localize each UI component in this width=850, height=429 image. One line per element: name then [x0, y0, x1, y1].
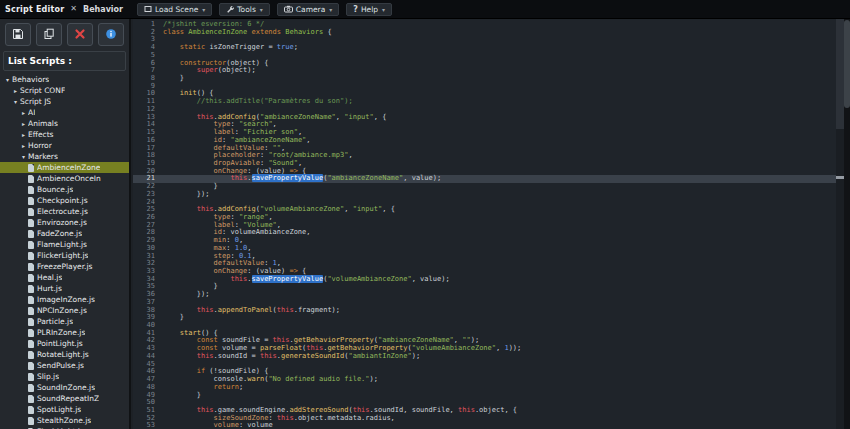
chevron-right-icon[interactable]: ▸ — [19, 109, 28, 116]
script-item-fadezone-js[interactable]: FadeZone.js — [0, 228, 129, 239]
chevron-down-icon[interactable]: ▾ — [19, 153, 28, 160]
script-item-pointlight-js[interactable]: PointLight.js — [0, 338, 129, 349]
code-line[interactable]: 7 super(object); — [133, 67, 844, 75]
tree-folder-effects[interactable]: ▸Effects — [0, 129, 129, 140]
script-item-heal-js[interactable]: Heal.js — [0, 272, 129, 283]
chevron-down-icon[interactable]: ▾ — [11, 98, 20, 105]
code-line[interactable]: 38 this.appendToPanel(this.fragment); — [133, 307, 844, 315]
file-icon — [28, 384, 34, 392]
code-line[interactable]: 11 //this.addTitle("Paramètres du son"); — [133, 98, 844, 106]
code-line[interactable]: 36 }); — [133, 291, 844, 299]
chevron-down-icon[interactable]: ▾ — [3, 76, 12, 83]
window-subtitle: Behavior — [83, 5, 123, 14]
code-line[interactable]: 48 return; — [133, 384, 844, 392]
chevron-right-icon[interactable]: ▸ — [19, 131, 28, 138]
code-text: } — [163, 314, 184, 322]
menu-help[interactable]: ? Help ▾ — [346, 3, 392, 16]
tree-folder-script-conf[interactable]: ▸Script CONF — [0, 85, 129, 96]
script-item-slip-js[interactable]: Slip.js — [0, 371, 129, 382]
script-item-flamelight-js[interactable]: FlameLight.js — [0, 239, 129, 250]
script-item-flickerlight-js[interactable]: FlickerLight.js — [0, 250, 129, 261]
script-item-hurt-js[interactable]: Hurt.js — [0, 283, 129, 294]
code-line[interactable]: 53 volume: volume — [133, 422, 844, 429]
code-line[interactable]: 44 this.soundId = this.generateSoundId("… — [133, 353, 844, 361]
code-line[interactable]: 4 static isZoneTrigger = true; — [133, 44, 844, 52]
tree-folder-animals[interactable]: ▸Animals — [0, 118, 129, 129]
script-item-npcinzone-js[interactable]: NPCInZone.js — [0, 305, 129, 316]
code-text: } — [163, 75, 184, 83]
chevron-right-icon[interactable]: ▸ — [19, 120, 28, 127]
chevron-right-icon[interactable]: ▸ — [19, 142, 28, 149]
window-scrollbar[interactable] — [844, 0, 850, 429]
script-item-imageinzone-js[interactable]: ImageInZone.js — [0, 294, 129, 305]
code-line[interactable]: 39 } — [133, 314, 844, 322]
code-line[interactable]: 23 }); — [133, 191, 844, 199]
script-item-particle-js[interactable]: Particle.js — [0, 316, 129, 327]
script-item-ambienceoncein[interactable]: AmbienceOnceIn — [0, 173, 129, 184]
code-line[interactable]: 2class AmbienceInZone extends Behaviors … — [133, 29, 844, 37]
chevron-down-icon: ▾ — [382, 6, 385, 13]
code-editor[interactable]: 1/*jshint esversion: 6 */2class Ambience… — [133, 19, 844, 429]
save-button[interactable] — [5, 23, 31, 46]
file-icon — [28, 263, 34, 271]
menu-camera[interactable]: Camera ▾ — [277, 3, 339, 16]
line-number: 7 — [133, 67, 163, 75]
file-icon — [28, 186, 34, 194]
code-line[interactable]: 8 } — [133, 75, 844, 83]
tree-item-label: FreezePlayer.js — [37, 262, 93, 271]
tree-item-label: NPCInZone.js — [37, 306, 87, 315]
file-icon — [28, 164, 34, 172]
ruler-active-mark — [836, 176, 844, 179]
code-text: //this.addTitle("Paramètres du son"); — [163, 98, 353, 106]
code-text: class AmbienceInZone extends Behaviors { — [163, 29, 332, 37]
tree-folder-markers[interactable]: ▾Markers — [0, 151, 129, 162]
window-scrollbar-thumb[interactable] — [844, 20, 850, 108]
close-icon[interactable]: ✕ — [70, 5, 77, 13]
script-item-soundrepeatinz[interactable]: SoundRepeatInZ — [0, 393, 129, 404]
line-number: 6 — [133, 60, 163, 68]
code-line[interactable]: 9 — [133, 83, 844, 91]
script-item-rotatelight-js[interactable]: RotateLight.js — [0, 349, 129, 360]
delete-button[interactable] — [67, 23, 93, 46]
script-item-freezeplayer-js[interactable]: FreezePlayer.js — [0, 261, 129, 272]
code-text: } — [163, 392, 201, 400]
camera-icon — [284, 5, 293, 13]
tree-folder-ai[interactable]: ▸AI — [0, 107, 129, 118]
tree-item-label: SoundRepeatInZ — [37, 394, 99, 403]
overview-ruler[interactable] — [836, 19, 844, 429]
scripts-list-header: List Scripts : — [3, 51, 126, 71]
code-text: }); — [163, 191, 209, 199]
chevron-right-icon[interactable]: ▸ — [11, 87, 20, 94]
script-item-bounce-js[interactable]: Bounce.js — [0, 184, 129, 195]
menu-tools[interactable]: Tools ▾ — [219, 3, 270, 16]
script-item-soundinzone-js[interactable]: SoundInZone.js — [0, 382, 129, 393]
info-button[interactable] — [98, 23, 124, 46]
script-item-envirozone-js[interactable]: Envirozone.js — [0, 217, 129, 228]
editor-scrollbar-thumb[interactable] — [836, 19, 844, 129]
line-number: 4 — [133, 44, 163, 52]
script-item-sendpulse-js[interactable]: SendPulse.js — [0, 360, 129, 371]
code-area: 1/*jshint esversion: 6 */2class Ambience… — [133, 21, 844, 429]
tree-folder-behaviors[interactable]: ▾Behaviors — [0, 74, 129, 85]
code-line[interactable]: 34 this.savePropertyValue("volumeAmbianc… — [133, 276, 844, 284]
code-line[interactable]: 21 this.savePropertyValue("ambianceZoneN… — [133, 175, 844, 183]
script-item-ambienceinzone[interactable]: AmbienceInZone — [0, 162, 129, 173]
tree-folder-horror[interactable]: ▸Horror — [0, 140, 129, 151]
menu-label: Camera — [296, 5, 325, 14]
code-line[interactable]: 49 } — [133, 392, 844, 400]
code-line[interactable]: 40 — [133, 322, 844, 330]
copy-button[interactable] — [36, 23, 62, 46]
code-line[interactable]: 35 } — [133, 283, 844, 291]
script-item-checkpoint-js[interactable]: Checkpoint.js — [0, 195, 129, 206]
tree-folder-script-js[interactable]: ▾Script JS — [0, 96, 129, 107]
script-item-electrocute-js[interactable]: Electrocute.js — [0, 206, 129, 217]
menu-load-scene[interactable]: Load Scene ▾ — [137, 3, 212, 16]
script-item-stealthzone-js[interactable]: StealthZone.js — [0, 415, 129, 426]
file-icon — [28, 219, 34, 227]
script-item-plrinzone-js[interactable]: PLRInZone.js — [0, 327, 129, 338]
script-item-spotlight-js[interactable]: SpotLight.js — [0, 404, 129, 415]
code-line[interactable]: 22 } — [133, 183, 844, 191]
tree-item-label: AI — [28, 108, 35, 117]
tree-item-label: Script JS — [20, 97, 51, 106]
tools-icon — [226, 5, 234, 13]
